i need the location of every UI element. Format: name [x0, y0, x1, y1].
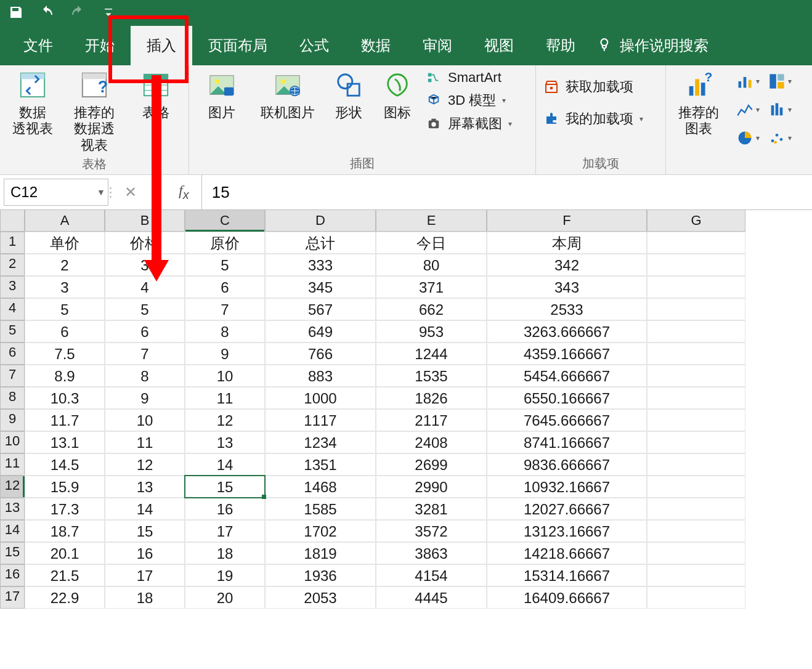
tell-me-search[interactable]: 操作说明搜索 [591, 26, 715, 65]
cell-B17[interactable]: 18 [105, 586, 185, 609]
cell-B16[interactable]: 17 [105, 564, 185, 586]
cell-B10[interactable]: 11 [105, 431, 185, 453]
undo-button[interactable] [37, 2, 57, 22]
cell-D9[interactable]: 1117 [265, 409, 376, 431]
cell-A6[interactable]: 7.5 [25, 343, 105, 365]
row-header-4[interactable]: 4 [0, 298, 25, 320]
cell-A14[interactable]: 18.7 [25, 520, 105, 542]
cell-G13[interactable] [647, 498, 745, 520]
cell-F14[interactable]: 13123.16667 [487, 520, 647, 542]
row-header-9[interactable]: 9 [0, 409, 25, 431]
cell-B12[interactable]: 13 [105, 476, 185, 498]
tab-insert[interactable]: 插入 [131, 26, 192, 65]
cell-G3[interactable] [647, 276, 745, 298]
icons-button[interactable]: 图标 [379, 69, 416, 121]
cell-D1[interactable]: 总计 [265, 232, 376, 254]
cell-G15[interactable] [647, 542, 745, 564]
cell-F6[interactable]: 4359.166667 [487, 343, 647, 365]
tab-formulas[interactable]: 公式 [283, 26, 345, 65]
cell-C1[interactable]: 原价 [185, 232, 265, 254]
shapes-button[interactable]: 形状 [327, 69, 370, 121]
cell-G7[interactable] [647, 365, 745, 387]
cell-C5[interactable]: 8 [185, 320, 265, 343]
line-chart-button[interactable]: ▾ [734, 97, 761, 122]
pictures-button[interactable]: 图片 [195, 69, 248, 121]
cell-A15[interactable]: 20.1 [25, 542, 105, 564]
cell-B6[interactable]: 7 [105, 343, 185, 365]
row-header-10[interactable]: 10 [0, 431, 25, 453]
tab-file[interactable]: 文件 [7, 26, 69, 65]
cell-G4[interactable] [647, 298, 745, 320]
row-header-1[interactable]: 1 [0, 232, 25, 254]
column-header-D[interactable]: D [265, 210, 376, 232]
cell-E17[interactable]: 4445 [376, 586, 487, 609]
cell-D13[interactable]: 1585 [265, 498, 376, 520]
cell-A13[interactable]: 17.3 [25, 498, 105, 520]
cell-B2[interactable]: 3 [105, 254, 185, 276]
column-header-A[interactable]: A [25, 210, 105, 232]
cell-D17[interactable]: 2053 [265, 586, 376, 609]
smartart-button[interactable]: SmartArt [424, 69, 529, 86]
cell-G6[interactable] [647, 343, 745, 365]
cell-A16[interactable]: 21.5 [25, 564, 105, 586]
cell-A5[interactable]: 6 [25, 320, 105, 343]
cell-C10[interactable]: 13 [185, 431, 265, 453]
cell-G9[interactable] [647, 409, 745, 431]
cell-D4[interactable]: 567 [265, 298, 376, 320]
customize-qat-button[interactable] [99, 2, 118, 22]
cell-E1[interactable]: 今日 [376, 232, 487, 254]
cell-E15[interactable]: 3863 [376, 542, 487, 564]
cell-E16[interactable]: 4154 [376, 564, 487, 586]
row-header-8[interactable]: 8 [0, 387, 25, 409]
cell-E8[interactable]: 1826 [376, 387, 487, 409]
spreadsheet-grid[interactable]: ABCDEFG1单价价格原价总计今日本周22353338034233463453… [0, 210, 812, 609]
cell-B1[interactable]: 价格 [105, 232, 185, 254]
column-header-B[interactable]: B [105, 210, 185, 232]
cell-D3[interactable]: 345 [265, 276, 376, 298]
formula-input[interactable] [212, 183, 802, 202]
cell-C11[interactable]: 14 [185, 453, 265, 476]
cell-B11[interactable]: 12 [105, 453, 185, 476]
tab-layout[interactable]: 页面布局 [192, 26, 283, 65]
cell-A12[interactable]: 15.9 [25, 476, 105, 498]
3d-models-button[interactable]: 3D 模型▾ [424, 91, 529, 110]
cell-C6[interactable]: 9 [185, 343, 265, 365]
row-header-11[interactable]: 11 [0, 453, 25, 476]
cell-D10[interactable]: 1234 [265, 431, 376, 453]
select-all-corner[interactable] [0, 210, 25, 232]
column-chart-button[interactable]: ▾ [734, 69, 761, 94]
my-addins-button[interactable]: 我的加载项▾ [542, 110, 659, 128]
cell-D16[interactable]: 1936 [265, 564, 376, 586]
cell-F17[interactable]: 16409.66667 [487, 586, 647, 609]
row-header-6[interactable]: 6 [0, 343, 25, 365]
row-header-2[interactable]: 2 [0, 254, 25, 276]
row-header-12[interactable]: 12 [0, 476, 25, 498]
cell-G2[interactable] [647, 254, 745, 276]
cell-D15[interactable]: 1819 [265, 542, 376, 564]
redo-button[interactable] [68, 2, 87, 22]
cell-B7[interactable]: 8 [105, 365, 185, 387]
cell-B5[interactable]: 6 [105, 320, 185, 343]
cell-E7[interactable]: 1535 [376, 365, 487, 387]
cell-D11[interactable]: 1351 [265, 453, 376, 476]
cell-F8[interactable]: 6550.166667 [487, 387, 647, 409]
cell-F9[interactable]: 7645.666667 [487, 409, 647, 431]
cell-A10[interactable]: 13.1 [25, 431, 105, 453]
cell-A11[interactable]: 14.5 [25, 453, 105, 476]
cell-B8[interactable]: 9 [105, 387, 185, 409]
pie-chart-button[interactable]: ▾ [734, 126, 761, 150]
cell-G14[interactable] [647, 520, 745, 542]
cell-G10[interactable] [647, 431, 745, 453]
cell-F5[interactable]: 3263.666667 [487, 320, 647, 343]
cell-G16[interactable] [647, 564, 745, 586]
cell-F15[interactable]: 14218.66667 [487, 542, 647, 564]
cell-C2[interactable]: 5 [185, 254, 265, 276]
cell-C3[interactable]: 6 [185, 276, 265, 298]
cell-F12[interactable]: 10932.16667 [487, 476, 647, 498]
get-addins-button[interactable]: 获取加载项 [542, 78, 659, 96]
row-header-14[interactable]: 14 [0, 520, 25, 542]
cell-E4[interactable]: 662 [376, 298, 487, 320]
cell-A4[interactable]: 5 [25, 298, 105, 320]
cell-F10[interactable]: 8741.166667 [487, 431, 647, 453]
cell-C8[interactable]: 11 [185, 387, 265, 409]
